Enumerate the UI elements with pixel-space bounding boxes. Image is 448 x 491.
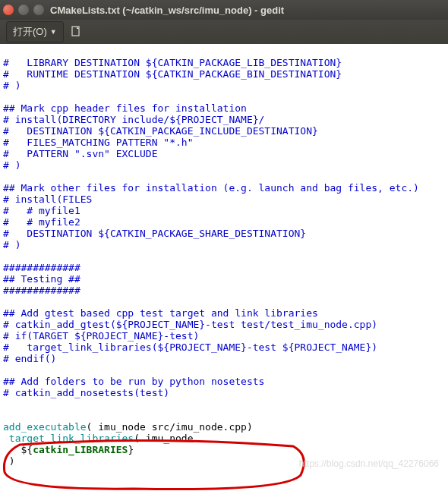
code-line: ## Mark other files for installation (e.… <box>3 182 419 194</box>
code-line: # LIBRARY DESTINATION ${CATKIN_PACKAGE_L… <box>3 57 342 68</box>
code-line: ${catkin_LIBRARIES} <box>3 444 134 455</box>
code-line: ## Add gtest based cpp test target and l… <box>3 307 318 319</box>
open-button[interactable]: 打开(O) ▼ <box>6 21 64 42</box>
code-line: target_link_libraries( imu_node <box>3 433 193 444</box>
code-line: # FILES_MATCHING PATTERN "*.h" <box>3 137 193 148</box>
minimize-icon[interactable] <box>18 5 29 15</box>
code-line: # install(FILES <box>3 194 92 205</box>
window-controls <box>3 5 44 15</box>
code-line: add_executable( imu_node src/imu_node.cp… <box>3 421 253 433</box>
window-title: CMakeLists.txt (~/catkin_ws/src/imu_node… <box>50 5 284 16</box>
editor-area[interactable]: # LIBRARY DESTINATION ${CATKIN_PACKAGE_L… <box>0 44 448 491</box>
code-line: ############# <box>3 262 80 273</box>
close-icon[interactable] <box>3 5 14 15</box>
watermark-text: https://blog.csdn.net/qq_42276066 <box>299 458 439 470</box>
code-line: # install(DIRECTORY include/${PROJECT_NA… <box>3 114 264 125</box>
code-line: ############# <box>3 285 80 296</box>
code-line: # # myfile2 <box>3 216 80 228</box>
code-line: ## Mark cpp header files for installatio… <box>3 102 247 114</box>
code-line: # ) <box>3 80 21 91</box>
code-line: # ) <box>3 239 21 250</box>
code-line: # PATTERN ".svn" EXCLUDE <box>3 148 158 159</box>
maximize-icon[interactable] <box>33 5 44 15</box>
code-line: ) <box>3 455 15 467</box>
window-titlebar: CMakeLists.txt (~/catkin_ws/src/imu_node… <box>0 0 448 20</box>
code-line: # catkin_add_nosetests(test) <box>3 387 169 398</box>
code-line: # # myfile1 <box>3 205 80 216</box>
code-line: # DESTINATION ${CATKIN_PACKAGE_SHARE_DES… <box>3 228 306 239</box>
chevron-down-icon: ▼ <box>50 28 57 36</box>
open-button-label: 打开(O) <box>13 25 47 39</box>
code-line: # target_link_libraries(${PROJECT_NAME}-… <box>3 341 377 353</box>
code-line: ## Add folders to be run by python noset… <box>3 376 264 387</box>
code-line: # ) <box>3 159 21 171</box>
document-tab-icon[interactable] <box>70 25 84 39</box>
toolbar: 打开(O) ▼ <box>0 20 448 44</box>
code-line: # catkin_add_gtest(${PROJECT_NAME}-test … <box>3 319 377 330</box>
code-line: # endif() <box>3 353 56 364</box>
code-line: ## Testing ## <box>3 273 80 285</box>
code-line: # RUNTIME DESTINATION ${CATKIN_PACKAGE_B… <box>3 68 342 80</box>
code-line: # DESTINATION ${CATKIN_PACKAGE_INCLUDE_D… <box>3 125 318 137</box>
code-line: # if(TARGET ${PROJECT_NAME}-test) <box>3 330 199 341</box>
